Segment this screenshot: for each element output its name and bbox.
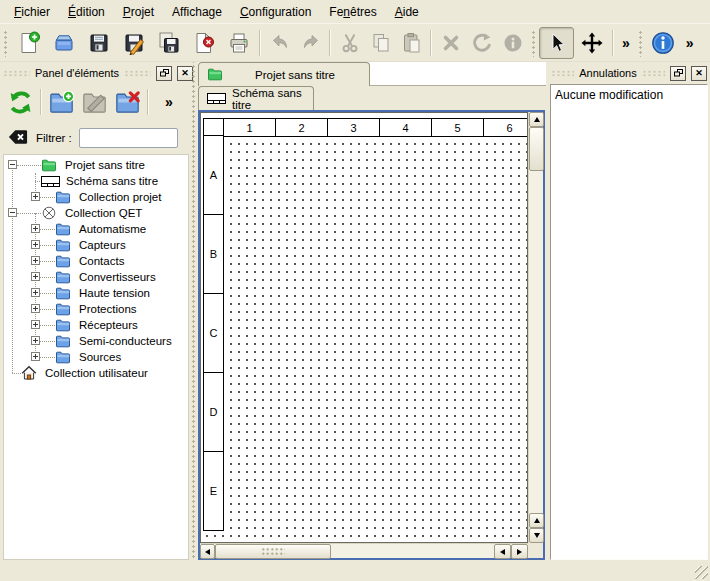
toolbar-drag-handle[interactable] [530, 29, 537, 57]
expand-icon[interactable] [31, 256, 40, 265]
undo-history-list[interactable]: Aucune modification [550, 84, 708, 560]
tab-schema-sans-titre[interactable]: Schéma sans titre [198, 86, 314, 110]
vertical-scrollbar[interactable] [528, 112, 543, 543]
expand-icon[interactable] [31, 240, 40, 249]
print-button[interactable] [221, 27, 256, 59]
toolbar-overflow-button[interactable]: » [617, 35, 635, 51]
scroll-up-button[interactable] [529, 112, 544, 127]
reload-collections-button[interactable] [4, 86, 37, 119]
rotate-button[interactable] [466, 27, 497, 59]
delete-category-button[interactable] [111, 86, 144, 119]
tree-item-semi-conducteurs[interactable]: Semi-conducteurs [4, 333, 188, 349]
tree-item-collection-projet[interactable]: Collection projet [4, 189, 188, 205]
expand-icon[interactable] [31, 272, 40, 281]
scroll-left-button-2[interactable] [494, 544, 511, 559]
tree-item-protections[interactable]: Protections [4, 301, 188, 317]
clear-filter-button[interactable] [7, 127, 29, 149]
new-document-icon [17, 31, 41, 55]
menu-projet[interactable]: Projet [114, 1, 163, 23]
scroll-down-button[interactable] [529, 528, 544, 543]
tree-item-recepteurs[interactable]: Récepteurs [4, 317, 188, 333]
menu-fenetres[interactable]: Fenêtres [320, 1, 385, 23]
move-tool-button[interactable] [574, 27, 609, 59]
diagram-row-label: A [203, 135, 224, 215]
tree-item-automatisme[interactable]: Automatisme [4, 221, 188, 237]
project-folder-icon [207, 66, 223, 84]
folder-icon [55, 317, 71, 333]
scroll-right-button[interactable] [511, 544, 528, 559]
menu-configuration[interactable]: Configuration [231, 1, 320, 23]
resize-grip[interactable] [695, 566, 708, 579]
close-dock-button[interactable]: ✕ [691, 66, 707, 81]
toolbar-overflow-button-2[interactable]: » [681, 35, 699, 51]
tree-item-convertisseurs[interactable]: Convertisseurs [4, 269, 188, 285]
open-button[interactable] [46, 27, 81, 59]
diagram-column-label: 3 [327, 118, 380, 137]
expand-icon[interactable] [31, 320, 40, 329]
tree-guide-line [40, 357, 55, 358]
tree-item-sources[interactable]: Sources [4, 349, 188, 365]
dock-drag-grip[interactable] [551, 70, 574, 77]
float-dock-button[interactable] [156, 66, 172, 81]
expand-icon[interactable] [31, 304, 40, 313]
collapse-icon[interactable] [8, 160, 17, 169]
undo-button[interactable] [264, 27, 295, 59]
float-icon [674, 69, 683, 77]
expand-icon[interactable] [31, 288, 40, 297]
save-as-button[interactable] [116, 27, 151, 59]
diagram-canvas[interactable]: 1 2 3 4 5 6 A B C D E [200, 112, 528, 543]
menu-fichier[interactable]: Fichier [5, 1, 59, 23]
selection-tool-button[interactable] [539, 27, 574, 59]
close-document-button[interactable] [186, 27, 221, 59]
tree-item-contacts[interactable]: Contacts [4, 253, 188, 269]
undo-panel-titlebar[interactable]: Annulations ✕ [548, 64, 710, 82]
panel-toolbar-overflow-button[interactable]: » [160, 94, 178, 110]
scroll-left-button[interactable] [200, 544, 215, 559]
save-button[interactable] [81, 27, 116, 59]
expand-icon[interactable] [31, 224, 40, 233]
about-button[interactable] [646, 27, 681, 59]
horizontal-scrollbar-thumb[interactable] [215, 544, 331, 559]
toolbar-drag-handle[interactable] [637, 29, 644, 57]
splitter-handle[interactable] [190, 62, 196, 560]
toolbar-drag-handle[interactable] [2, 29, 9, 57]
tree-item-schema-sans-titre[interactable]: Schéma sans titre [4, 173, 188, 189]
scroll-up-button-2[interactable] [529, 513, 544, 528]
dock-drag-grip[interactable] [3, 70, 30, 77]
delete-button[interactable] [435, 27, 466, 59]
filter-input[interactable] [79, 128, 178, 148]
tree-item-collection-utilisateur[interactable]: Collection utilisateur [4, 365, 188, 381]
tree-item-capteurs[interactable]: Capteurs [4, 237, 188, 253]
cut-button[interactable] [334, 27, 365, 59]
save-all-button[interactable] [151, 27, 186, 59]
edit-category-button[interactable] [78, 86, 111, 119]
redo-icon [299, 31, 323, 55]
new-category-button[interactable] [45, 86, 78, 119]
new-document-button[interactable] [11, 27, 46, 59]
paste-button[interactable] [396, 27, 427, 59]
menu-edition[interactable]: Édition [59, 1, 114, 23]
menu-aide[interactable]: Aide [386, 1, 428, 23]
expand-icon[interactable] [31, 336, 40, 345]
folder-icon [55, 333, 71, 349]
edit-category-icon [81, 89, 108, 116]
copy-button[interactable] [365, 27, 396, 59]
expand-icon[interactable] [31, 192, 40, 201]
tree-item-haute-tension[interactable]: Haute tension [4, 285, 188, 301]
move-tool-icon [580, 31, 604, 55]
float-dock-button[interactable] [670, 66, 686, 81]
menu-affichage[interactable]: Affichage [163, 1, 231, 23]
collapse-icon[interactable] [8, 208, 17, 217]
vertical-scrollbar-thumb[interactable] [529, 127, 544, 171]
redo-button[interactable] [295, 27, 326, 59]
tree-item-label: Protections [79, 301, 137, 317]
float-icon [160, 69, 169, 77]
elements-panel-titlebar[interactable]: Panel d'éléments ✕ [0, 64, 196, 82]
dock-drag-grip[interactable] [642, 70, 665, 77]
undo-list-item[interactable]: Aucune modification [555, 88, 703, 102]
dock-drag-grip[interactable] [124, 70, 151, 77]
horizontal-scrollbar[interactable] [200, 543, 528, 558]
expand-icon[interactable] [31, 352, 40, 361]
properties-button[interactable] [497, 27, 528, 59]
tab-projet-sans-titre[interactable]: Projet sans titre [198, 62, 370, 86]
